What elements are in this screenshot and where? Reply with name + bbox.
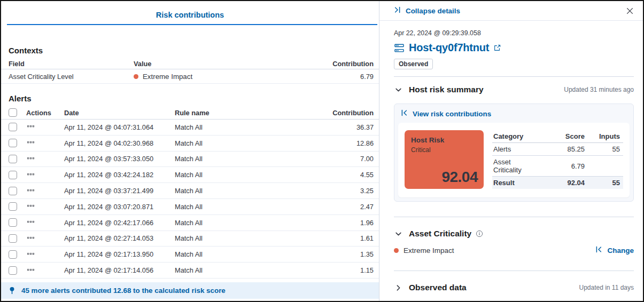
row-checkbox[interactable] [9,266,17,275]
arrow-to-start-icon [595,246,602,255]
alert-row: Apr 11, 2024 @ 02:17:14.056 Match All 1.… [1,263,379,279]
info-icon[interactable] [476,230,483,237]
chevron-right-icon[interactable] [394,283,403,292]
asset-criticality-title: Asset Criticality [409,229,471,239]
asset-criticality-value: Extreme Impact [404,247,454,255]
risk-inputs: 55 [585,145,620,153]
alert-rule-name: Match All [175,187,315,195]
collapse-details-label: Collapse details [406,7,460,15]
alert-contribution: 1.61 [315,234,374,242]
arrow-to-start-icon [401,109,408,118]
host-title-row: Host-qy0f7htnut [394,42,634,54]
chevron-down-icon[interactable] [394,85,403,94]
row-checkbox[interactable] [9,171,17,179]
more-alerts-banner[interactable]: 45 more alerts contributed 12.68 to the … [1,282,379,299]
alert-rule-name: Match All [175,139,315,147]
arrow-to-end-icon [394,6,401,15]
boxes-horizontal-icon [27,250,34,259]
alert-contribution: 1.15 [315,266,374,274]
row-actions-button[interactable] [26,138,35,148]
divider [394,217,634,217]
alert-contribution: 7.00 [315,155,374,163]
observed-badge: Observed [394,59,433,69]
close-icon[interactable] [624,5,635,17]
boxes-horizontal-icon [27,234,34,243]
risk-summary-panel: View risk contributions Host Risk Critic… [394,104,634,202]
context-field: Asset Criticality Level [9,73,134,81]
alert-date: Apr 11, 2024 @ 02:27:14.053 [64,234,175,242]
row-actions-button[interactable] [26,217,35,228]
risk-score: 92.04 [534,179,585,187]
row-actions-button[interactable] [26,122,35,132]
popout-icon[interactable] [493,44,501,52]
column-header-rule-name: Rule name [175,109,315,117]
row-actions-button[interactable] [26,233,35,244]
column-header-date: Date [64,109,175,117]
column-header-category: Category [493,132,534,140]
alert-contribution: 3.25 [315,187,374,195]
alert-row: Apr 11, 2024 @ 02:42:17.066 Match All 1.… [1,215,379,231]
tab-selected-underline [7,24,377,25]
alert-rule-name: Match All [175,203,315,211]
host-risk-summary-title: Host risk summary [409,85,484,94]
collapse-details-button[interactable]: Collapse details [394,6,460,15]
alert-date: Apr 11, 2024 @ 03:42:24.182 [64,171,175,179]
row-actions-button[interactable] [26,154,35,164]
tab-risk-contributions[interactable]: Risk contributions [156,11,224,24]
column-header-value: Value [134,60,315,68]
observed-data-header: Observed data Updated in 11 days [394,283,634,292]
alert-date: Apr 11, 2024 @ 02:42:17.066 [64,219,175,227]
risk-timestamp: Apr 22, 2024 @ 09:29:39.058 [394,29,634,37]
row-checkbox[interactable] [9,187,17,195]
risk-category: Alerts [493,145,534,153]
row-checkbox[interactable] [9,218,17,227]
risk-table-header: Category Score Inputs [492,130,623,143]
storage-icon [394,43,405,53]
divider [394,76,634,77]
row-checkbox[interactable] [9,155,17,163]
row-checkbox[interactable] [9,234,17,243]
alert-contribution: 1.35 [315,250,374,258]
boxes-horizontal-icon [27,171,34,179]
context-contribution: 6.79 [315,73,374,81]
boxes-horizontal-icon [27,155,34,163]
row-checkbox[interactable] [9,250,17,259]
boxes-horizontal-icon [27,139,34,147]
row-checkbox[interactable] [9,202,17,211]
change-criticality-button[interactable]: Change [595,246,634,255]
boxes-horizontal-icon [27,123,34,131]
view-risk-contributions-button[interactable]: View risk contributions [401,109,491,118]
view-risk-contributions-row: View risk contributions [394,104,633,123]
alert-contribution: 12.86 [315,139,374,147]
boxes-horizontal-icon [27,202,34,211]
score-card-level: Critical [411,146,477,154]
risk-contributions-screen: Risk contributions Contexts Field Value … [0,0,644,302]
column-header-score: Score [534,132,585,140]
chevron-down-icon[interactable] [394,229,403,239]
row-actions-button[interactable] [26,186,35,196]
row-actions-button[interactable] [26,265,35,276]
alert-date: Apr 11, 2024 @ 03:07:20.871 [64,203,175,211]
row-checkbox[interactable] [9,123,17,131]
pin-icon [9,287,15,295]
alert-rule-name: Match All [175,250,315,258]
tab-bar: Risk contributions [1,1,379,24]
alert-date: Apr 11, 2024 @ 03:37:21.499 [64,187,175,195]
score-card-title: Host Risk [411,136,477,144]
alert-row: Apr 11, 2024 @ 04:07:31.064 Match All 36… [1,120,379,136]
observed-data-updated: Updated in 11 days [579,284,634,291]
row-checkbox[interactable] [9,139,17,147]
host-name-link[interactable]: Host-qy0f7htnut [409,42,489,54]
column-header-contribution: Contribution [315,60,374,68]
context-value: Extreme Impact [134,73,315,81]
alert-row: Apr 11, 2024 @ 02:27:14.053 Match All 1.… [1,231,379,247]
row-actions-button[interactable] [26,170,35,180]
host-risk-updated: Updated 31 minutes ago [564,86,634,93]
alerts-table-header: Actions Date Rule name Contribution [1,106,379,120]
risk-category: Asset Criticality [493,158,534,174]
select-all-checkbox[interactable] [9,108,17,117]
row-actions-button[interactable] [26,249,35,260]
row-actions-button[interactable] [26,201,35,212]
risk-contributions-panel: Risk contributions Contexts Field Value … [1,1,379,301]
risk-table-row: Asset Criticality 6.79 [492,156,623,177]
